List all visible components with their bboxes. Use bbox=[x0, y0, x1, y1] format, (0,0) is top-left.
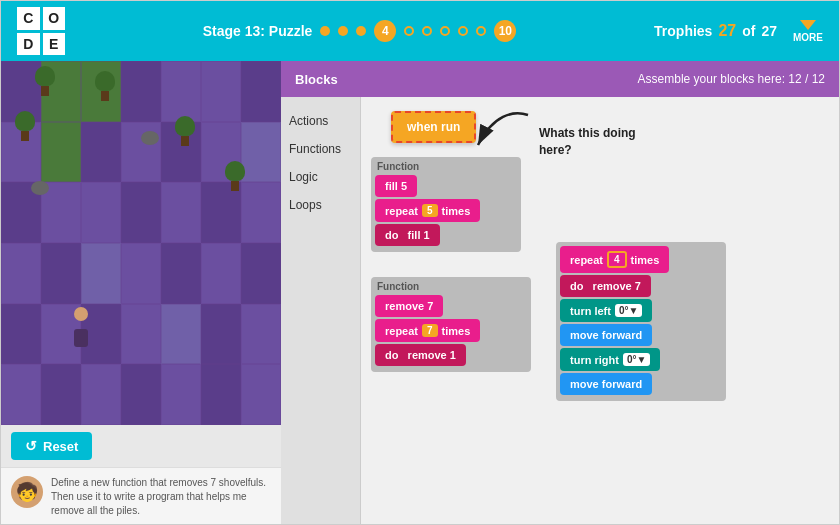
reset-button[interactable]: ↺ Reset bbox=[11, 432, 92, 460]
fill5-block[interactable]: fill 5 bbox=[375, 175, 417, 197]
player-character bbox=[71, 307, 91, 335]
do-fill1-block[interactable]: do fill 1 bbox=[375, 224, 440, 246]
repeat7-num-badge: 7 bbox=[422, 324, 438, 337]
dot4 bbox=[404, 26, 414, 36]
code-header: Blocks Assemble your blocks here: 12 / 1… bbox=[281, 61, 839, 97]
game-canvas bbox=[1, 61, 281, 425]
trophies-label: Trophies bbox=[654, 23, 712, 39]
terrain-grid bbox=[1, 61, 281, 425]
move-forward-block-1[interactable]: move forward bbox=[560, 324, 652, 346]
do-remove1-block[interactable]: do remove 1 bbox=[375, 344, 466, 366]
code-body: Actions Functions Logic Loops when run bbox=[281, 97, 839, 525]
tile bbox=[161, 364, 201, 425]
tile bbox=[121, 61, 161, 122]
turn-right-dropdown: 0°▼ bbox=[623, 353, 650, 366]
tile bbox=[1, 364, 41, 425]
tree-decoration bbox=[11, 111, 39, 141]
annotation-arrow-svg bbox=[473, 105, 533, 155]
character-avatar: 🧒 bbox=[11, 476, 43, 508]
more-label: MORE bbox=[793, 32, 823, 43]
tile bbox=[81, 243, 121, 304]
tile bbox=[201, 182, 241, 243]
tile bbox=[201, 243, 241, 304]
workspace[interactable]: when run Whats this doinghere? bbox=[361, 97, 839, 525]
tile bbox=[121, 243, 161, 304]
logo-c: C bbox=[17, 7, 40, 30]
code-logo[interactable]: C O D E bbox=[17, 7, 65, 55]
repeat-num-badge: 5 bbox=[422, 204, 438, 217]
more-button[interactable]: MORE bbox=[793, 20, 823, 43]
tile bbox=[41, 243, 81, 304]
tile bbox=[161, 243, 201, 304]
tile bbox=[121, 364, 161, 425]
palette-logic[interactable]: Logic bbox=[289, 163, 352, 191]
block-palette: Actions Functions Logic Loops bbox=[281, 97, 361, 525]
palette-actions[interactable]: Actions bbox=[289, 107, 352, 135]
dot2 bbox=[338, 26, 348, 36]
header: C O D E Stage 13: Puzzle 4 10 Trophies 2… bbox=[1, 1, 839, 61]
logo-d: D bbox=[17, 33, 40, 56]
tile bbox=[81, 364, 121, 425]
logo-o: O bbox=[43, 7, 66, 30]
func2-label: Function bbox=[375, 281, 527, 292]
tile bbox=[121, 122, 161, 183]
tree-decoration bbox=[171, 116, 199, 146]
assembled-blocks[interactable]: repeat 4 times do remove 7 turn left 0°▼… bbox=[556, 242, 726, 401]
turn-right-block[interactable]: turn right 0°▼ bbox=[560, 348, 660, 371]
game-controls: ↺ Reset bbox=[1, 425, 281, 467]
tree-decoration bbox=[221, 161, 249, 191]
when-run-block[interactable]: when run bbox=[391, 111, 476, 143]
reset-icon: ↺ bbox=[25, 438, 37, 454]
tile bbox=[241, 243, 281, 304]
tree-decoration bbox=[31, 66, 59, 96]
dot6 bbox=[440, 26, 450, 36]
tile bbox=[201, 61, 241, 122]
character-info: 🧒 Define a new function that removes 7 s… bbox=[1, 467, 281, 525]
repeat7-block[interactable]: repeat 7 times bbox=[375, 319, 480, 342]
dot5 bbox=[422, 26, 432, 36]
tile bbox=[1, 304, 41, 365]
repeat5-block[interactable]: repeat 5 times bbox=[375, 199, 480, 222]
trophies-total: 27 bbox=[761, 23, 777, 39]
turn-left-dropdown: 0°▼ bbox=[615, 304, 642, 317]
tile bbox=[121, 304, 161, 365]
tile bbox=[81, 122, 121, 183]
tree-decoration bbox=[91, 71, 119, 101]
reset-label: Reset bbox=[43, 439, 78, 454]
repeat4-block[interactable]: repeat 4 times bbox=[560, 246, 669, 273]
function-block-1[interactable]: Function fill 5 repeat 5 times do fill 1 bbox=[371, 157, 521, 252]
function-block-2[interactable]: Function remove 7 repeat 7 times do remo… bbox=[371, 277, 531, 372]
game-panel: ↺ Reset 🧒 Define a new function that rem… bbox=[1, 61, 281, 525]
turn-left-block[interactable]: turn left 0°▼ bbox=[560, 299, 652, 322]
player-body bbox=[74, 329, 88, 347]
chevron-down-icon bbox=[800, 20, 816, 30]
dot1 bbox=[320, 26, 330, 36]
func1-label: Function bbox=[375, 161, 517, 172]
tile bbox=[161, 304, 201, 365]
tile bbox=[241, 61, 281, 122]
move-forward-block-2[interactable]: move forward bbox=[560, 373, 652, 395]
tile bbox=[241, 364, 281, 425]
puzzle-end-num[interactable]: 10 bbox=[494, 20, 516, 42]
dot3 bbox=[356, 26, 366, 36]
trophies-info: Trophies 27 of 27 bbox=[654, 22, 777, 40]
logo-e: E bbox=[43, 33, 66, 56]
tile bbox=[201, 364, 241, 425]
assemble-label: Assemble your blocks here: 12 / 12 bbox=[638, 72, 825, 86]
puzzle-current-num[interactable]: 4 bbox=[374, 20, 396, 42]
stage-info: Stage 13: Puzzle 4 10 bbox=[81, 20, 638, 42]
tile bbox=[81, 182, 121, 243]
blocks-label: Blocks bbox=[295, 72, 338, 87]
annotation-text: Whats this doinghere? bbox=[539, 125, 636, 159]
do-remove7-block[interactable]: do remove 7 bbox=[560, 275, 651, 297]
palette-functions[interactable]: Functions bbox=[289, 135, 352, 163]
remove7-block[interactable]: remove 7 bbox=[375, 295, 443, 317]
dot7 bbox=[458, 26, 468, 36]
character-text: Define a new function that removes 7 sho… bbox=[51, 476, 271, 518]
dot8 bbox=[476, 26, 486, 36]
palette-loops[interactable]: Loops bbox=[289, 191, 352, 219]
tile bbox=[1, 243, 41, 304]
main-area: ↺ Reset 🧒 Define a new function that rem… bbox=[1, 61, 839, 525]
tile bbox=[41, 364, 81, 425]
tile bbox=[41, 122, 81, 183]
